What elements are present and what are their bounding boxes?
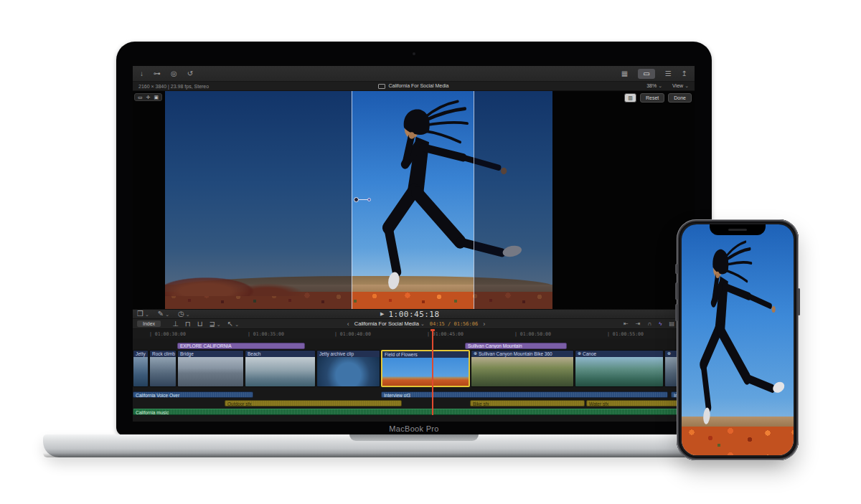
- history-icon[interactable]: ↺: [187, 70, 193, 77]
- clip-thumbnail: [575, 357, 663, 386]
- clip-name: Rock climb: [150, 351, 176, 357]
- filmstrip-view-icon[interactable]: ▭: [638, 69, 654, 79]
- timeline-display-icon[interactable]: ▤: [669, 321, 674, 327]
- timeline-ruler[interactable]: | 01:00:30:00| 01:00:35:00| 01:00:40:00|…: [133, 329, 695, 339]
- audio-clip[interactable]: Outdoor sfx: [225, 400, 402, 406]
- chevron-down-icon: ⌄: [165, 312, 169, 317]
- check-circle-icon[interactable]: ◎: [171, 70, 177, 77]
- connect-edit-icon[interactable]: ⊥: [172, 320, 179, 328]
- done-button[interactable]: Done: [668, 93, 692, 103]
- audio-clip[interactable]: Interview pt3: [381, 391, 668, 398]
- viewer-control-bar: ❒⌄✎⌄◷⌄ ▶ 1:00:45:18: [133, 309, 695, 319]
- playhead[interactable]: [432, 329, 433, 415]
- viewer-timecode: 1:00:45:18: [388, 310, 439, 319]
- timeline-clip[interactable]: ⊕Canoe: [575, 350, 664, 387]
- clip-thumbnail: [133, 357, 148, 386]
- crop-edge-left[interactable]: [352, 91, 352, 309]
- append-edit-icon[interactable]: ⊔: [197, 320, 203, 328]
- timeline-clip[interactable]: Jetty archive clip: [316, 350, 380, 387]
- timeline-clip[interactable]: Bridge: [177, 350, 244, 387]
- overwrite-edit-icon[interactable]: ⊒⌄: [209, 320, 220, 328]
- next-project-icon[interactable]: ›: [483, 320, 485, 328]
- timeline-toolbar: Index ⊥⊓⊔⊒⌄↖⌄ ‹ California For Social Me…: [133, 319, 695, 329]
- ruler-tick: | 01:00:50:00: [514, 331, 551, 337]
- keying-icon[interactable]: ⊶: [154, 70, 161, 77]
- play-icon[interactable]: ▶: [380, 311, 384, 317]
- audio-clip[interactable]: Bike sfx: [470, 400, 585, 406]
- macbook-screen: ↓⊶◎↺ ▦▭☰↥ 2160 × 3840 | 23.98 fps, Stere…: [133, 66, 695, 422]
- crop-trim-button[interactable]: ▭: [136, 95, 144, 100]
- clip-thumbnail: [382, 358, 469, 386]
- inspector-icon[interactable]: ☰: [665, 70, 672, 77]
- video-frame: [165, 91, 552, 309]
- insert-edit-icon[interactable]: ⊓: [185, 320, 191, 328]
- clip-name: ⊕Canoe: [575, 351, 663, 357]
- crop-dim-left: [165, 91, 352, 309]
- final-cut-pro-window: ↓⊶◎↺ ▦▭☰↥ 2160 × 3840 | 23.98 fps, Stere…: [133, 66, 695, 422]
- timeline-position: 04:15 / 01:56:06: [430, 321, 478, 327]
- previous-project-icon[interactable]: ‹: [347, 320, 349, 328]
- crop-tool-icon[interactable]: ❒⌄: [137, 310, 149, 318]
- timeline-clip[interactable]: Jetty: [133, 350, 149, 387]
- timeline-clip[interactable]: ⊕Sullivan Canyon Mountain Bike 360: [471, 350, 574, 387]
- draw-tool-icon[interactable]: ✎⌄: [158, 310, 169, 318]
- viewer-canvas: ▭✛▣ ▥ Reset Done: [133, 91, 695, 309]
- viewer-view-menu[interactable]: View⌄: [672, 83, 689, 89]
- chevron-down-icon: ⌄: [684, 83, 689, 88]
- title-clip[interactable]: Sullivan Canyon Mountain: [465, 343, 567, 349]
- clip-thumbnail: [178, 357, 243, 386]
- crop-edge-right[interactable]: [474, 91, 474, 309]
- timeline-clip[interactable]: Beach: [245, 350, 316, 387]
- chevron-down-icon: ⌄: [420, 321, 425, 326]
- ruler-tick: | 01:00:30:00: [149, 331, 186, 337]
- smart-conform-button[interactable]: ▥: [624, 93, 636, 103]
- audio-clip[interactable]: California Voice Over: [133, 391, 253, 398]
- retime-tool-icon[interactable]: ◷⌄: [178, 310, 190, 318]
- select-tool-icon[interactable]: ↖⌄: [227, 320, 239, 328]
- clip-name: Field of Flowers: [382, 351, 469, 358]
- clip-thumbnail: [317, 357, 380, 386]
- audio-clip[interactable]: California music: [133, 409, 695, 415]
- import-icon[interactable]: ↓: [140, 70, 144, 77]
- viewer-tools: ❒⌄✎⌄◷⌄: [137, 310, 190, 318]
- iphone-notch: [710, 224, 766, 235]
- clip-thumbnail: [471, 357, 573, 386]
- snapping-icon[interactable]: ϟ: [659, 321, 662, 327]
- trim-right-icon[interactable]: ⇥: [636, 321, 641, 327]
- clip-name: Bridge: [178, 351, 243, 357]
- audio-skimming-icon[interactable]: ∩: [647, 321, 651, 327]
- timeline-right-icons: ⇤⇥∩ϟ▤: [624, 321, 674, 327]
- transform-handle[interactable]: [354, 197, 371, 202]
- browser-grid-icon[interactable]: ▦: [621, 70, 628, 77]
- share-icon[interactable]: ↥: [682, 70, 687, 77]
- ruler-tick: | 01:00:40:00: [334, 331, 371, 337]
- chevron-down-icon: ⌄: [217, 322, 221, 327]
- chevron-down-icon: ⌄: [186, 312, 190, 317]
- clip-name: Jetty archive clip: [317, 351, 380, 357]
- volume-down-button: [675, 304, 677, 321]
- title-clip[interactable]: EXPLORE CALIFORNIA: [177, 343, 305, 349]
- volume-up-button: [675, 282, 677, 300]
- timeline-project-menu[interactable]: California For Social Media⌄: [354, 320, 425, 327]
- clip-name: Beach: [245, 351, 315, 357]
- trim-left-icon[interactable]: ⇤: [624, 321, 629, 327]
- macbook-label: MacBook Pro: [116, 424, 712, 433]
- monitor-icon: [378, 84, 385, 89]
- index-button[interactable]: Index: [137, 320, 161, 327]
- jumping-person: [684, 236, 794, 431]
- clip-name: ⊕Sullivan Canyon Mountain Bike 360: [471, 351, 573, 357]
- mute-switch: [675, 264, 677, 274]
- crop-mode-buttons: ▭✛▣: [134, 93, 162, 101]
- timeline-clip[interactable]: Rock climb: [149, 350, 177, 387]
- clip-thumbnail: [245, 357, 315, 386]
- edit-buttons: ⊥⊓⊔⊒⌄↖⌄: [172, 320, 239, 328]
- iphone: [677, 219, 799, 460]
- chevron-down-icon: ⌄: [235, 322, 239, 327]
- crop-crop-button[interactable]: ✛: [145, 95, 152, 100]
- timeline-clip[interactable]: Field of Flowers: [381, 350, 470, 387]
- reset-button[interactable]: Reset: [640, 93, 664, 103]
- hero-scene: ↓⊶◎↺ ▦▭☰↥ 2160 × 3840 | 23.98 fps, Stere…: [0, 0, 861, 504]
- crop-kenburns-button[interactable]: ▣: [153, 95, 161, 100]
- macbook-base: [43, 434, 786, 457]
- viewer-zoom-menu[interactable]: 38%⌄: [646, 83, 662, 89]
